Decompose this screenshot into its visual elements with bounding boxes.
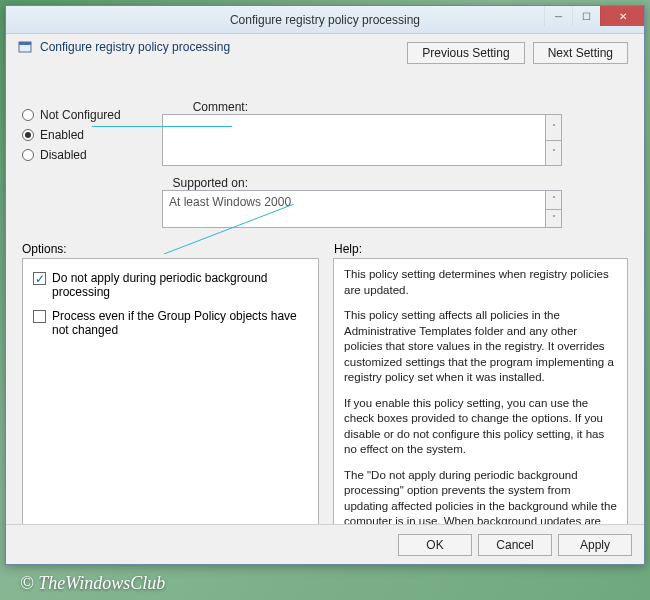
help-paragraph: This policy setting affects all policies…	[344, 308, 617, 386]
radio-enabled[interactable]: Enabled	[22, 128, 162, 142]
comment-scroll: ˄ ˅	[545, 115, 561, 165]
radio-icon	[22, 149, 34, 161]
dialog-button-bar: OK Cancel Apply	[6, 524, 644, 564]
checkbox-process-unchanged[interactable]: Process even if the Group Policy objects…	[33, 309, 308, 337]
comment-label: Comment:	[162, 98, 252, 114]
watermark-text: © TheWindowsClub	[20, 573, 165, 594]
titlebar[interactable]: Configure registry policy processing ─ ☐…	[6, 6, 644, 34]
radio-icon	[22, 129, 34, 141]
checkbox-label: Do not apply during periodic background …	[52, 271, 308, 299]
help-paragraph: This policy setting determines when regi…	[344, 267, 617, 298]
supported-value: At least Windows 2000	[169, 195, 291, 209]
policy-icon	[18, 40, 32, 54]
options-label: Options:	[22, 242, 320, 256]
radio-label: Disabled	[40, 148, 87, 162]
ok-button[interactable]: OK	[398, 534, 472, 556]
help-panel: This policy setting determines when regi…	[333, 258, 628, 552]
scroll-down-icon[interactable]: ˅	[545, 210, 561, 228]
supported-scroll: ˄ ˅	[545, 191, 561, 227]
window-controls: ─ ☐ ✕	[544, 6, 644, 26]
minimize-button[interactable]: ─	[544, 6, 572, 26]
next-setting-button[interactable]: Next Setting	[533, 42, 628, 64]
radio-label: Enabled	[40, 128, 84, 142]
scroll-up-icon[interactable]: ˄	[545, 115, 561, 141]
checkbox-label: Process even if the Group Policy objects…	[52, 309, 308, 337]
previous-setting-button[interactable]: Previous Setting	[407, 42, 524, 64]
help-paragraph: If you enable this policy setting, you c…	[344, 396, 617, 458]
comment-textarea[interactable]: ˄ ˅	[162, 114, 562, 166]
svg-rect-1	[19, 42, 31, 45]
cancel-button[interactable]: Cancel	[478, 534, 552, 556]
panel-labels: Options: Help:	[6, 236, 644, 258]
maximize-button[interactable]: ☐	[572, 6, 600, 26]
dialog-window: Configure registry policy processing ─ ☐…	[5, 5, 645, 565]
help-text-scroll[interactable]: This policy setting determines when regi…	[334, 259, 627, 551]
supported-label: Supported on:	[162, 174, 252, 190]
radio-label: Not Configured	[40, 108, 121, 122]
header-label: Configure registry policy processing	[40, 40, 230, 54]
help-label: Help:	[334, 242, 362, 256]
supported-on-box: At least Windows 2000 ˄ ˅	[162, 190, 562, 228]
apply-button[interactable]: Apply	[558, 534, 632, 556]
state-radiogroup: Not Configured Enabled Disabled	[22, 98, 162, 168]
radio-not-configured[interactable]: Not Configured	[22, 108, 162, 122]
radio-disabled[interactable]: Disabled	[22, 148, 162, 162]
checkbox-no-background-processing[interactable]: ✓ Do not apply during periodic backgroun…	[33, 271, 308, 299]
checkbox-icon	[33, 310, 46, 323]
close-button[interactable]: ✕	[600, 6, 644, 26]
radio-icon	[22, 109, 34, 121]
scroll-down-icon[interactable]: ˅	[545, 141, 561, 166]
nav-buttons: Previous Setting Next Setting	[407, 42, 628, 64]
options-panel: ✓ Do not apply during periodic backgroun…	[22, 258, 319, 552]
checkbox-icon: ✓	[33, 272, 46, 285]
scroll-up-icon[interactable]: ˄	[545, 191, 561, 210]
